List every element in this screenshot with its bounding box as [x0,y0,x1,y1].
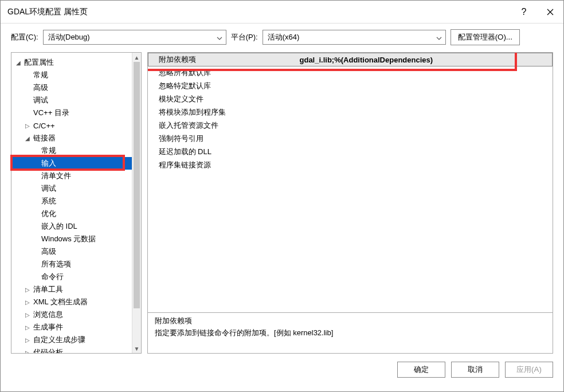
tree-item-linker-opt[interactable]: ▷优化 [11,207,141,220]
cancel-button[interactable]: 取消 [451,362,499,378]
platform-combo-value: 活动(x64) [268,32,300,42]
tree-item-linker-all[interactable]: ▷所有选项 [11,258,141,271]
tree-item-advanced[interactable]: ▷高级 [11,81,141,94]
prop-row-embed-managed[interactable]: 嵌入托管资源文件 [148,119,553,132]
prop-value[interactable] [297,132,553,146]
prop-name: 将模块添加到程序集 [148,106,297,119]
prop-row-module-def[interactable]: 模块定义文件 [148,93,553,106]
tree-item-linker-idl[interactable]: ▷嵌入的 IDL [11,220,141,233]
prop-value[interactable] [297,159,553,172]
prop-value[interactable] [297,93,553,106]
chevron-down-icon [217,33,222,42]
tree-item-build-events[interactable]: ▷生成事件 [11,321,141,334]
tree-item-vcdirs[interactable]: ▷VC++ 目录 [11,107,141,119]
tree-item-manifest-tool[interactable]: ▷清单工具 [11,283,141,296]
description-pane: 附加依赖项 指定要添加到链接命令行的附加项。[例如 kernel32.lib] [147,312,553,354]
scroll-thumb[interactable] [134,62,140,308]
tree-item-debug[interactable]: ▷调试 [11,94,141,107]
tree-item-xml-doc[interactable]: ▷XML 文档生成器 [11,296,141,308]
description-title: 附加依赖项 [155,316,546,326]
config-combo[interactable]: 活动(Debug) [43,30,226,45]
prop-value[interactable]: gdal_i.lib;%(AdditionalDependencies) [297,53,553,66]
config-label: 配置(C): [11,32,38,42]
prop-value[interactable] [297,106,553,119]
tree-item-ccpp[interactable]: ▷C/C++ [11,119,141,132]
prop-name: 程序集链接资源 [148,159,297,172]
tree-item-custom-build[interactable]: ▷自定义生成步骤 [11,334,141,346]
config-toolbar: 配置(C): 活动(Debug) 平台(P): 活动(x64) 配置管理器(O)… [1,23,563,50]
dialog-footer: 确定 取消 应用(A) [1,354,563,386]
scroll-down-icon: ▼ [132,344,141,353]
tree-item-browse[interactable]: ▷浏览信息 [11,308,141,321]
apply-button[interactable]: 应用(A) [505,362,553,378]
tree-item-linker-manifest[interactable]: ▷清单文件 [11,170,141,182]
tree-item-linker-cmd[interactable]: ▷命令行 [11,271,141,283]
property-grid[interactable]: 附加依赖项 gdal_i.lib;%(AdditionalDependencie… [148,53,553,172]
tree-item-linker-general[interactable]: ▷常规 [11,144,141,157]
close-icon [547,9,554,15]
prop-name: 延迟加载的 DLL [148,146,297,159]
prop-value[interactable] [297,66,553,80]
prop-name: 模块定义文件 [148,93,297,106]
tree-item-linker-system[interactable]: ▷系统 [11,195,141,207]
platform-label: 平台(P): [231,32,258,42]
prop-row-add-module-assembly[interactable]: 将模块添加到程序集 [148,106,553,119]
prop-name: 忽略所有默认库 [148,66,297,80]
prop-row-additional-deps[interactable]: 附加依赖项 gdal_i.lib;%(AdditionalDependencie… [148,53,553,66]
chevron-down-icon [436,33,442,42]
tree-item-linker-debug[interactable]: ▷调试 [11,182,141,195]
tree-scrollbar[interactable]: ▲ ▼ [132,53,141,353]
property-tree[interactable]: ◢配置属性 ▷常规 ▷高级 ▷调试 ▷VC++ 目录 ▷C/C++ ◢链接器 ▷… [11,56,141,354]
description-body: 指定要添加到链接命令行的附加项。[例如 kernel32.lib] [155,328,546,338]
main-area: ◢配置属性 ▷常规 ▷高级 ▷调试 ▷VC++ 目录 ▷C/C++ ◢链接器 ▷… [11,52,553,354]
prop-row-ignore-all-default[interactable]: 忽略所有默认库 [148,66,553,80]
config-manager-button[interactable]: 配置管理器(O)... [451,29,520,45]
ok-button[interactable]: 确定 [397,362,445,378]
tree-pane: ◢配置属性 ▷常规 ▷高级 ▷调试 ▷VC++ 目录 ▷C/C++ ◢链接器 ▷… [11,52,142,354]
prop-row-force-symbol[interactable]: 强制符号引用 [148,132,553,146]
prop-name: 嵌入托管资源文件 [148,119,297,132]
prop-row-ignore-specific[interactable]: 忽略特定默认库 [148,80,553,93]
tree-item-code-analysis[interactable]: ▷代码分析 [11,346,141,354]
prop-name: 忽略特定默认库 [148,80,297,93]
prop-row-assembly-link[interactable]: 程序集链接资源 [148,159,553,172]
tree-item-linker-winmd[interactable]: ▷Windows 元数据 [11,233,141,245]
config-combo-value: 活动(Debug) [48,32,90,42]
close-button[interactable] [537,1,563,23]
prop-value[interactable] [297,119,553,132]
platform-combo[interactable]: 活动(x64) [263,30,446,45]
prop-value[interactable] [297,80,553,93]
property-grid-wrap: 附加依赖项 gdal_i.lib;%(AdditionalDependencie… [147,52,553,313]
window-title: GDAL环境配置 属性页 [7,7,511,17]
tree-item-config-props[interactable]: ◢配置属性 [11,56,141,69]
tree-item-linker-input[interactable]: ▷输入 [11,157,141,170]
title-bar: GDAL环境配置 属性页 ? [1,1,563,23]
tree-item-general[interactable]: ▷常规 [11,69,141,81]
prop-row-delay-dll[interactable]: 延迟加载的 DLL [148,146,553,159]
prop-value[interactable] [297,146,553,159]
prop-name: 强制符号引用 [148,132,297,146]
prop-name: 附加依赖项 [148,53,297,66]
scroll-up-icon: ▲ [132,53,141,62]
tree-item-linker-advanced[interactable]: ▷高级 [11,245,141,258]
help-button[interactable]: ? [511,1,537,23]
right-pane: 附加依赖项 gdal_i.lib;%(AdditionalDependencie… [147,52,553,354]
tree-item-linker[interactable]: ◢链接器 [11,132,141,144]
